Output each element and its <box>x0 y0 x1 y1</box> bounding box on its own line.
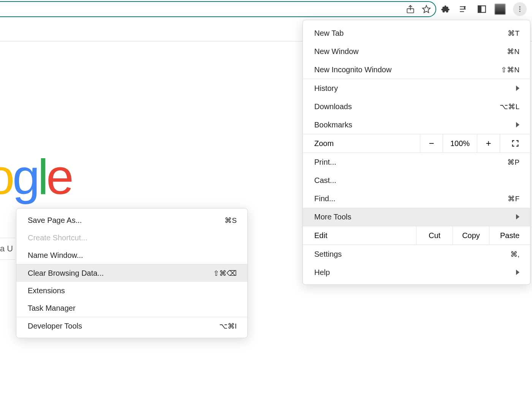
submenu-clear-browsing-data[interactable]: Clear Browsing Data... ⇧⌘⌫ <box>16 264 247 282</box>
submenu-create-shortcut: Create Shortcut... <box>16 229 247 246</box>
submenu-extensions[interactable]: Extensions <box>16 282 247 299</box>
menu-item-label: Settings <box>314 250 342 259</box>
menu-history[interactable]: History <box>303 79 530 97</box>
paste-button[interactable]: Paste <box>489 226 530 245</box>
menu-new-tab[interactable]: New Tab ⌘T <box>303 24 530 42</box>
avatar[interactable] <box>495 4 505 14</box>
svg-rect-2 <box>478 6 481 12</box>
menu-cast[interactable]: Cast... <box>303 171 530 189</box>
menu-item-label: Name Window... <box>28 251 83 260</box>
chrome-main-menu: New Tab ⌘T New Window ⌘N New Incognito W… <box>302 20 530 285</box>
menu-edit-row: Edit Cut Copy Paste <box>303 226 530 245</box>
zoom-out-button[interactable]: − <box>420 134 443 153</box>
search-hint-text: a U <box>0 238 15 260</box>
chevron-right-icon <box>516 86 519 91</box>
shortcut: ⇧⌘⌫ <box>213 269 237 278</box>
menu-item-label: Task Manager <box>28 304 76 313</box>
menu-zoom-row: Zoom − 100% + <box>303 134 530 153</box>
svg-point-3 <box>519 6 520 8</box>
shortcut: ⌘N <box>507 47 519 56</box>
fullscreen-button[interactable] <box>500 134 530 153</box>
copy-button[interactable]: Copy <box>453 226 489 245</box>
menu-print[interactable]: Print... ⌘P <box>303 153 530 171</box>
edit-label: Edit <box>303 226 416 245</box>
zoom-value: 100% <box>443 134 477 153</box>
share-icon[interactable] <box>405 4 416 14</box>
svg-point-4 <box>519 8 520 10</box>
menu-help[interactable]: Help <box>303 263 530 281</box>
menu-settings[interactable]: Settings ⌘, <box>303 245 530 263</box>
submenu-save-page[interactable]: Save Page As... ⌘S <box>16 211 247 229</box>
menu-item-label: Downloads <box>314 102 352 111</box>
menu-item-label: Cast... <box>314 176 336 185</box>
shortcut: ⌘T <box>508 29 519 38</box>
shortcut: ⌘S <box>225 216 237 225</box>
menu-item-label: Help <box>314 268 330 277</box>
menu-item-label: Find... <box>314 194 336 203</box>
zoom-in-button[interactable]: + <box>477 134 500 153</box>
shortcut: ⌘F <box>508 194 519 203</box>
shortcut: ⌘, <box>510 250 519 259</box>
menu-item-label: Create Shortcut... <box>28 234 87 242</box>
zoom-label: Zoom <box>303 134 420 153</box>
browser-toolbar <box>0 0 532 18</box>
menu-item-label: Extensions <box>28 286 65 295</box>
menu-new-incognito[interactable]: New Incognito Window ⇧⌘N <box>303 60 530 79</box>
menu-item-label: Save Page As... <box>28 216 82 225</box>
menu-downloads[interactable]: Downloads ⌥⌘L <box>303 97 530 116</box>
cut-button[interactable]: Cut <box>416 226 453 245</box>
kebab-menu-button[interactable] <box>513 2 527 16</box>
menu-item-label: History <box>314 84 338 93</box>
chevron-right-icon <box>516 270 519 275</box>
chevron-right-icon <box>516 214 519 219</box>
menu-item-label: Print... <box>314 158 336 167</box>
shortcut: ⇧⌘N <box>501 65 519 74</box>
submenu-developer-tools[interactable]: Developer Tools ⌥⌘I <box>16 317 247 335</box>
menu-item-label: New Window <box>314 47 359 56</box>
submenu-task-manager[interactable]: Task Manager <box>16 299 247 317</box>
toolbar-actions <box>440 2 532 16</box>
menu-item-label: More Tools <box>314 213 351 221</box>
menu-item-label: Developer Tools <box>28 322 82 330</box>
svg-point-5 <box>519 11 520 12</box>
more-tools-submenu: Save Page As... ⌘S Create Shortcut... Na… <box>16 208 248 338</box>
reading-list-icon[interactable] <box>458 4 469 14</box>
shortcut: ⌥⌘I <box>219 322 237 330</box>
menu-find[interactable]: Find... ⌘F <box>303 189 530 208</box>
url-bar[interactable] <box>0 1 436 17</box>
menu-more-tools[interactable]: More Tools <box>303 208 530 226</box>
menu-bookmarks[interactable]: Bookmarks <box>303 116 530 134</box>
chevron-right-icon <box>516 122 519 127</box>
menu-new-window[interactable]: New Window ⌘N <box>303 42 530 60</box>
extensions-icon[interactable] <box>440 4 451 14</box>
shortcut: ⌥⌘L <box>500 102 519 111</box>
side-panel-icon[interactable] <box>477 4 487 14</box>
shortcut: ⌘P <box>507 158 519 167</box>
menu-item-label: New Tab <box>314 29 344 38</box>
google-logo: oogle <box>0 148 71 205</box>
star-icon[interactable] <box>421 4 432 14</box>
submenu-name-window[interactable]: Name Window... <box>16 246 247 264</box>
menu-item-label: New Incognito Window <box>314 65 391 74</box>
menu-item-label: Bookmarks <box>314 121 352 129</box>
menu-item-label: Clear Browsing Data... <box>28 269 104 278</box>
